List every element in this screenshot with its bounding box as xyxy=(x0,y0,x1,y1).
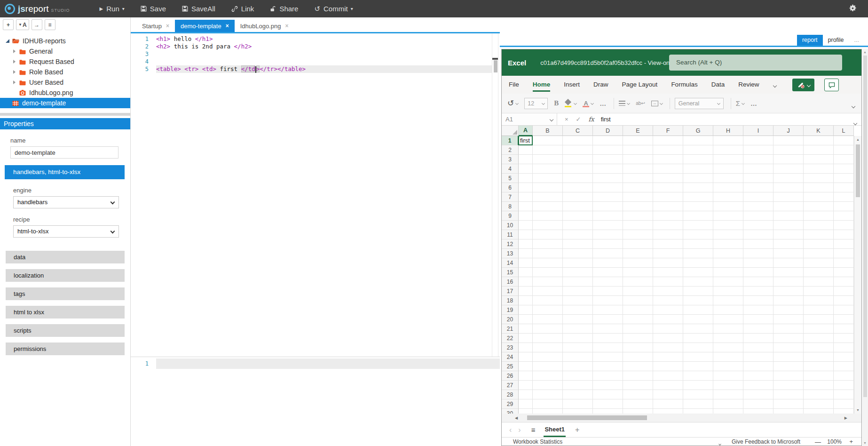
grid-cell-C13[interactable] xyxy=(563,249,593,258)
grid-cell-B29[interactable] xyxy=(533,399,563,409)
grid-cell-K19[interactable] xyxy=(804,305,834,315)
grid-cell-D8[interactable] xyxy=(593,202,623,211)
grid-cell-J15[interactable] xyxy=(773,268,804,277)
grid-cell-D19[interactable] xyxy=(593,305,623,315)
grid-cell-I28[interactable] xyxy=(743,390,773,399)
grid-cell-J6[interactable] xyxy=(773,183,804,192)
merge-cells-button[interactable]: ↔ xyxy=(651,101,663,106)
grid-cell-C14[interactable] xyxy=(563,258,593,268)
grid-cell-E6[interactable] xyxy=(623,183,653,192)
preview-tab-report[interactable]: report xyxy=(797,35,823,46)
grid-cell-E13[interactable] xyxy=(623,249,653,258)
grid-vertical-scrollbar[interactable]: ▲ ▼ xyxy=(854,136,861,414)
sidebar-splitter[interactable] xyxy=(0,113,130,116)
grid-cell-I6[interactable] xyxy=(743,183,773,192)
grid-cell-A5[interactable] xyxy=(519,174,533,183)
grid-cell-I11[interactable] xyxy=(743,230,773,239)
grid-cell-G16[interactable] xyxy=(683,277,713,287)
tree-item-general[interactable]: General xyxy=(0,46,130,56)
grid-cell-C28[interactable] xyxy=(563,390,593,399)
grid-cell-E21[interactable] xyxy=(623,324,653,334)
row-header-3[interactable]: 3 xyxy=(502,155,519,164)
grid-cell-D14[interactable] xyxy=(593,258,623,268)
grid-cell-E24[interactable] xyxy=(623,352,653,362)
grid-cell-G27[interactable] xyxy=(683,381,713,390)
row-header-19[interactable]: 19 xyxy=(502,305,519,315)
editor-tab-startup[interactable]: Startup × xyxy=(136,20,175,32)
grid-cell-I3[interactable] xyxy=(743,155,773,164)
grid-cell-C17[interactable] xyxy=(563,287,593,296)
grid-cell-I30[interactable] xyxy=(743,409,773,414)
add-sheet-icon[interactable]: + xyxy=(575,426,579,434)
grid-cell-C11[interactable] xyxy=(563,230,593,239)
row-header-27[interactable]: 27 xyxy=(502,381,519,390)
grid-cell-G12[interactable] xyxy=(683,239,713,249)
grid-cell-K12[interactable] xyxy=(804,239,834,249)
grid-cell-H7[interactable] xyxy=(713,192,743,202)
grid-cell-F25[interactable] xyxy=(653,362,683,371)
grid-cell-I27[interactable] xyxy=(743,381,773,390)
grid-cell-E25[interactable] xyxy=(623,362,653,371)
section-scripts[interactable]: scripts xyxy=(6,324,125,337)
grid-cell-G3[interactable] xyxy=(683,155,713,164)
grid-cell-L6[interactable] xyxy=(834,183,854,192)
column-header-B[interactable]: B xyxy=(533,126,563,136)
grid-cell-G18[interactable] xyxy=(683,296,713,305)
grid-cell-J18[interactable] xyxy=(773,296,804,305)
grid-cell-K1[interactable] xyxy=(804,136,834,145)
helpers-line-content[interactable] xyxy=(156,358,500,369)
grid-cell-H11[interactable] xyxy=(713,230,743,239)
grid-cell-G29[interactable] xyxy=(683,399,713,409)
grid-cell-H9[interactable] xyxy=(713,211,743,221)
grid-cell-H21[interactable] xyxy=(713,324,743,334)
grid-cell-B30[interactable] xyxy=(533,409,563,414)
grid-cell-J8[interactable] xyxy=(773,202,804,211)
grid-cell-H15[interactable] xyxy=(713,268,743,277)
grid-cell-G11[interactable] xyxy=(683,230,713,239)
ribbon-tab-insert[interactable]: Insert xyxy=(564,76,580,94)
grid-cell-A16[interactable] xyxy=(519,277,533,287)
grid-cell-E30[interactable] xyxy=(623,409,653,414)
grid-cell-I17[interactable] xyxy=(743,287,773,296)
grid-cell-F1[interactable] xyxy=(653,136,683,145)
caret-collapsed-icon[interactable] xyxy=(13,70,16,74)
grid-cell-K5[interactable] xyxy=(804,174,834,183)
grid-cell-H8[interactable] xyxy=(713,202,743,211)
row-header-12[interactable]: 12 xyxy=(502,239,519,249)
grid-cell-A28[interactable] xyxy=(519,390,533,399)
grid-cell-L15[interactable] xyxy=(834,268,854,277)
grid-cell-A30[interactable] xyxy=(519,409,533,414)
editing-mode-button[interactable] xyxy=(792,79,814,91)
nav-share-button[interactable]: Share xyxy=(262,0,306,17)
grid-cell-I4[interactable] xyxy=(743,164,773,174)
grid-cell-G5[interactable] xyxy=(683,174,713,183)
grid-cell-G14[interactable] xyxy=(683,258,713,268)
grid-cell-I29[interactable] xyxy=(743,399,773,409)
grid-cell-L2[interactable] xyxy=(834,145,854,155)
grid-cell-C8[interactable] xyxy=(563,202,593,211)
grid-cell-D2[interactable] xyxy=(593,145,623,155)
grid-cell-B19[interactable] xyxy=(533,305,563,315)
grid-cell-I18[interactable] xyxy=(743,296,773,305)
grid-cell-L24[interactable] xyxy=(834,352,854,362)
row-header-5[interactable]: 5 xyxy=(502,174,519,183)
grid-cell-C21[interactable] xyxy=(563,324,593,334)
grid-cell-D9[interactable] xyxy=(593,211,623,221)
grid-cell-C19[interactable] xyxy=(563,305,593,315)
grid-cell-J22[interactable] xyxy=(773,334,804,343)
fill-color-button[interactable] xyxy=(565,100,576,107)
grid-cell-I5[interactable] xyxy=(743,174,773,183)
grid-cell-D4[interactable] xyxy=(593,164,623,174)
tree-item-idhublogo-png[interactable]: IdhubLogo.png xyxy=(0,88,130,98)
preview-tab-more[interactable]: ... xyxy=(849,35,864,46)
grid-cell-B7[interactable] xyxy=(533,192,563,202)
row-header-2[interactable]: 2 xyxy=(502,145,519,155)
grid-cell-C30[interactable] xyxy=(563,409,593,414)
number-format-select[interactable]: General xyxy=(675,98,724,109)
grid-cell-A19[interactable] xyxy=(519,305,533,315)
grid-cell-L10[interactable] xyxy=(834,221,854,230)
preview-scrollbar-thumb[interactable] xyxy=(863,56,867,397)
grid-cell-I23[interactable] xyxy=(743,343,773,352)
grid-cell-D16[interactable] xyxy=(593,277,623,287)
grid-cell-F12[interactable] xyxy=(653,239,683,249)
